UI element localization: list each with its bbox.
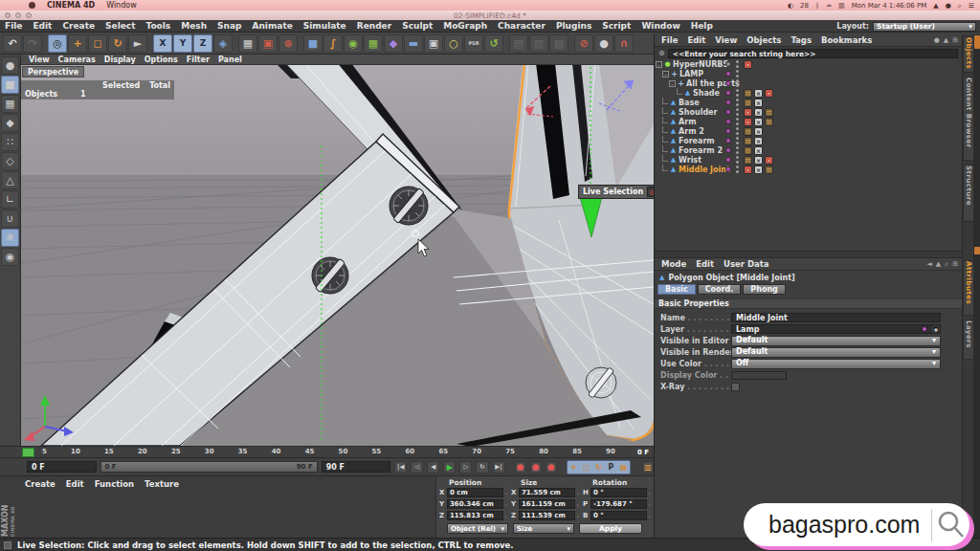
tab-basic[interactable]: Basic [657,284,696,295]
menu-select[interactable]: Select [105,21,135,31]
size-y-field[interactable]: 161.159 cm [519,499,575,509]
snap-magnet-button[interactable]: ∩ [614,34,634,53]
edges-mode-button[interactable]: ◇ [1,152,19,170]
visibility-dots[interactable] [736,127,739,136]
stepper-icon[interactable]: ‹ [577,490,579,496]
lock-z-axis-button[interactable]: Z [193,34,212,53]
viewport-menu-cameras[interactable]: Cameras [58,55,96,64]
layer-color-dot[interactable] [922,326,927,332]
texture-axis-mode-button[interactable]: ∪ [1,209,19,228]
layer-field[interactable]: Lamp [731,324,941,334]
key-pla-toggle[interactable]: ▦ [617,461,630,474]
prev-frame-button[interactable]: ◀ [427,461,439,474]
selection-tag-icon[interactable]: × [754,137,763,145]
visibility-dots[interactable] [736,79,739,88]
render-settings-button[interactable]: ⊛ [278,34,298,53]
om-menu-tags[interactable]: Tags [791,35,812,45]
add-deformer-button[interactable]: ◆ [384,34,403,53]
add-cube-button[interactable]: ■ [303,34,323,53]
user-icon[interactable]: ● [946,2,951,10]
rotate-tool-icon[interactable]: ↻ [108,34,127,53]
bluetooth-icon[interactable]: ᛒ [815,2,819,10]
menu-character[interactable]: Character [498,21,546,31]
model-mode-button[interactable]: ■ [1,76,19,94]
om-menu-objects[interactable]: Objects [746,35,781,45]
viewport-menu-view[interactable]: View [29,55,50,64]
viewport-menu-filter[interactable]: Filter [187,55,210,64]
material-menu-texture[interactable]: Texture [145,479,179,489]
mograph-button[interactable]: ↺ [484,34,503,53]
eject-icon[interactable]: ▲ [933,2,938,10]
add-subdivision-surface-button[interactable]: ◉ [344,34,363,53]
wifi-icon[interactable]: ≈ [826,2,832,10]
stepper-icon[interactable]: ‹ [505,513,507,519]
object-row-lamp[interactable]: -+LAMP [655,69,962,78]
goto-start-button[interactable]: |◀ [394,461,407,474]
object-row-hypernurbs[interactable]: -●HyperNURBS· [655,59,962,69]
om-menu-bookmarks[interactable]: Bookmarks [821,35,872,45]
stepper-icon[interactable]: ‹ [505,490,507,496]
add-light-button[interactable]: ○ [444,34,463,53]
menu-edit[interactable]: Edit [33,21,52,31]
object-row-middle-joint[interactable]: ▲Middle Joint·×∷ [655,165,962,174]
menu-animate[interactable]: Animate [252,21,292,31]
visibility-dots[interactable] [736,118,739,126]
mac-clock[interactable]: Mon Mar 4 1:46:06 PM [852,2,927,10]
visibility-dots[interactable] [736,156,739,165]
layer-color-dot[interactable] [725,99,731,105]
om-filter-icon[interactable]: ● [934,36,940,44]
display-color-swatch[interactable] [731,371,787,380]
object-row-forearm-2[interactable]: ▲Forearm 2∷× [655,145,962,155]
stepper-icon[interactable]: ‹ [577,501,579,508]
back-icon[interactable]: ◄ [926,260,931,268]
position-y-field[interactable]: 360.346 cm [447,499,503,509]
stepper-icon[interactable]: ‹ [577,513,579,519]
add-floor-button[interactable]: ▬ [404,34,423,53]
search-input[interactable]: <<Enter your search string here>> [668,49,958,58]
om-path-icon[interactable]: ▲ [944,36,948,44]
polygons-mode-button[interactable]: △ [1,171,19,189]
record-keyframe-button[interactable]: ● [515,461,526,474]
size-mode-dropdown[interactable]: Size▾ [513,523,574,534]
add-spline-button[interactable]: ∫ [323,34,343,53]
stepper-icon[interactable]: ‹ [649,513,651,519]
position-z-field[interactable]: 115.813 cm [447,511,503,520]
menu-plugins[interactable]: Plugins [556,21,591,31]
size-z-field[interactable]: 111.539 cm [519,511,575,520]
menu-file[interactable]: File [5,21,22,31]
autokeying-button[interactable]: ● [530,461,542,474]
menu-render[interactable]: Render [357,21,391,31]
lock-x-axis-button[interactable]: X [153,34,172,53]
make-editable-button[interactable]: ● [1,56,19,75]
visibility-dots[interactable] [736,165,739,174]
selection-tag-icon[interactable]: × [754,127,763,136]
timeline-ruler[interactable]: 51015202530354045505560657075808590 0 F [0,446,654,458]
layer-color-dot[interactable] [725,157,731,163]
layer-color-dot[interactable] [725,147,731,153]
live-selection-tool-icon[interactable]: ◎ [48,34,67,53]
uvw-tag-icon[interactable]: ∷ [744,146,752,155]
uvw-tag-icon[interactable]: ∷ [765,165,773,174]
stepper-icon[interactable]: ‹ [649,490,651,496]
layout-b-button[interactable]: ▥ [529,34,548,53]
move-tool-icon[interactable]: + [68,34,87,53]
render-view-button[interactable]: ▦ [238,34,257,53]
visible-in-renderer-dropdown[interactable]: Default▾ [731,347,941,358]
material-menu-create[interactable]: Create [25,479,56,489]
menu-window[interactable]: Window [641,21,679,31]
use-color-dropdown[interactable]: Off▾ [731,359,941,369]
axis-mode-button[interactable]: ∟ [1,190,19,209]
menu-mograph[interactable]: MoGraph [443,21,487,31]
add-array-button[interactable]: ▦ [364,34,383,53]
lock-y-axis-button[interactable]: Y [173,34,192,53]
layer-color-dot[interactable] [725,109,731,115]
apple-menu-icon[interactable] [29,2,35,9]
phong-tag-icon[interactable]: · [765,89,773,98]
om-menu-view[interactable]: View [715,35,737,45]
selection-tag-icon[interactable]: × [754,165,763,174]
layer-browse-button[interactable]: ◉ [932,325,940,333]
layer-color-dot[interactable] [725,138,731,143]
scale-tool-icon[interactable]: ◻ [88,34,107,53]
selection-tag-icon[interactable]: × [754,156,763,165]
search-icon[interactable]: ⌕ [945,260,948,268]
